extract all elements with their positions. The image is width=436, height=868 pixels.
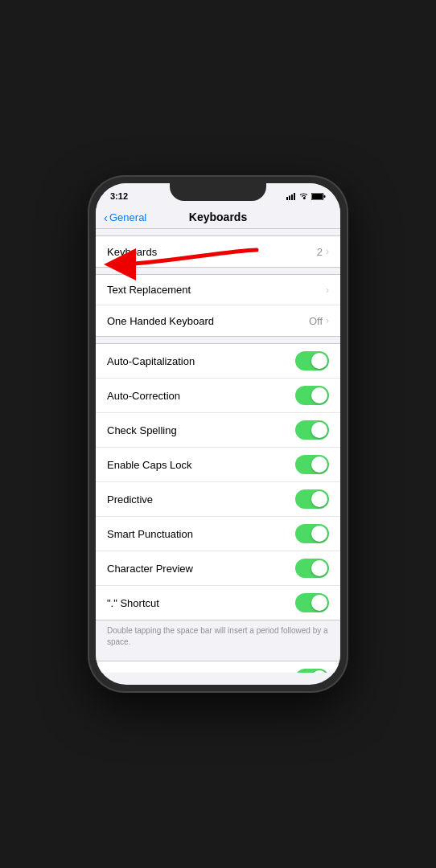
shortcut-toggle[interactable] bbox=[295, 593, 329, 612]
one-handed-label: One Handed Keyboard bbox=[107, 315, 214, 327]
enable-caps-lock-label: Enable Caps Lock bbox=[107, 459, 192, 471]
enable-caps-lock-toggle[interactable] bbox=[295, 455, 329, 474]
content-area: Keyboards 2 › bbox=[96, 229, 340, 673]
enable-dictation-toggle[interactable] bbox=[295, 669, 329, 673]
svg-rect-0 bbox=[286, 197, 288, 200]
text-replacement-right: › bbox=[326, 285, 329, 296]
signal-icon bbox=[286, 193, 296, 200]
svg-rect-1 bbox=[289, 195, 290, 200]
one-handed-right: Off › bbox=[309, 315, 329, 327]
predictive-item[interactable]: Predictive bbox=[96, 482, 340, 517]
character-preview-label: Character Preview bbox=[107, 563, 193, 575]
one-handed-chevron-icon: › bbox=[326, 315, 329, 326]
gap-4 bbox=[96, 654, 340, 661]
smart-punctuation-item[interactable]: Smart Punctuation bbox=[96, 517, 340, 551]
svg-rect-2 bbox=[291, 194, 293, 200]
enable-dictation-label: Enable Dictation bbox=[107, 673, 183, 674]
auto-correction-toggle[interactable] bbox=[295, 386, 329, 405]
auto-capitalization-item[interactable]: Auto-Capitalization bbox=[96, 344, 340, 379]
svg-rect-6 bbox=[324, 195, 326, 198]
phone-screen: 3:12 bbox=[96, 183, 340, 685]
gap-3 bbox=[96, 337, 340, 343]
nav-bar: ‹ General Keyboards bbox=[96, 206, 340, 229]
smart-punctuation-toggle[interactable] bbox=[295, 524, 329, 543]
phone-frame: 3:12 bbox=[89, 177, 347, 691]
enable-dictation-item[interactable]: Enable Dictation bbox=[96, 661, 340, 673]
keyboards-chevron-icon: › bbox=[326, 246, 329, 257]
svg-rect-5 bbox=[312, 194, 323, 199]
back-label: General bbox=[109, 211, 146, 223]
check-spelling-label: Check Spelling bbox=[107, 424, 177, 436]
one-handed-keyboard-item[interactable]: One Handed Keyboard Off › bbox=[96, 305, 340, 336]
text-replacement-chevron-icon: › bbox=[326, 285, 329, 296]
toggles-group: Auto-Capitalization Auto-Correction Chec… bbox=[96, 343, 340, 620]
auto-correction-item[interactable]: Auto-Correction bbox=[96, 379, 340, 413]
page-title: Keyboards bbox=[189, 211, 247, 223]
character-preview-item[interactable]: Character Preview bbox=[96, 551, 340, 586]
auto-capitalization-toggle[interactable] bbox=[295, 351, 329, 371]
smart-punctuation-label: Smart Punctuation bbox=[107, 528, 193, 540]
shortcut-item[interactable]: "." Shortcut bbox=[96, 586, 340, 620]
shortcut-footer-note: Double tapping the space bar will insert… bbox=[96, 620, 340, 654]
one-handed-value: Off bbox=[309, 315, 323, 327]
svg-rect-3 bbox=[294, 193, 295, 200]
auto-correction-label: Auto-Correction bbox=[107, 390, 180, 402]
check-spelling-toggle[interactable] bbox=[295, 420, 329, 440]
back-button[interactable]: ‹ General bbox=[104, 211, 146, 224]
battery-icon bbox=[311, 193, 326, 200]
back-chevron-icon: ‹ bbox=[104, 211, 108, 224]
notch bbox=[170, 183, 266, 201]
check-spelling-item[interactable]: Check Spelling bbox=[96, 413, 340, 448]
dictation-group: Enable Dictation bbox=[96, 661, 340, 673]
predictive-label: Predictive bbox=[107, 493, 153, 506]
character-preview-toggle[interactable] bbox=[295, 559, 329, 578]
keyboards-right: 2 › bbox=[317, 246, 329, 258]
gap-1 bbox=[96, 229, 340, 235]
auto-capitalization-label: Auto-Capitalization bbox=[107, 355, 195, 367]
predictive-toggle[interactable] bbox=[295, 489, 329, 509]
red-arrow-svg bbox=[104, 242, 265, 290]
wifi-icon bbox=[299, 193, 308, 199]
enable-caps-lock-item[interactable]: Enable Caps Lock bbox=[96, 448, 340, 482]
shortcut-label: "." Shortcut bbox=[107, 597, 159, 609]
status-icons bbox=[286, 193, 326, 200]
status-time: 3:12 bbox=[110, 191, 128, 201]
keyboards-count: 2 bbox=[317, 246, 323, 258]
